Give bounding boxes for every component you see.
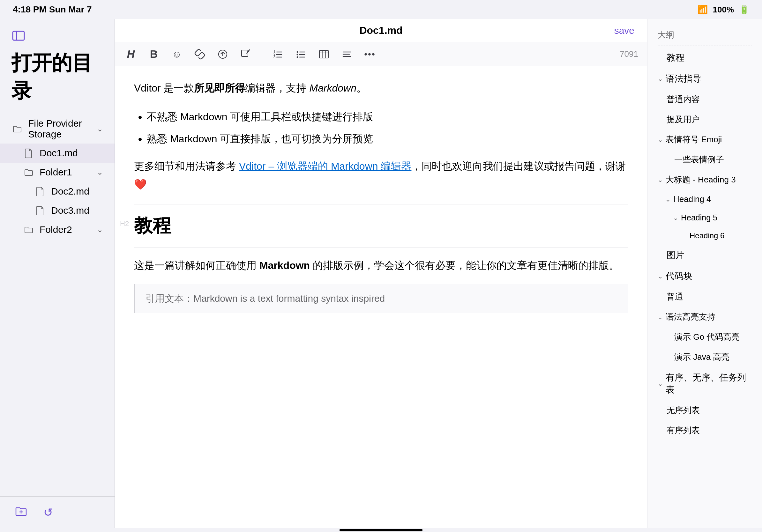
- file-icon-3: [35, 205, 46, 216]
- main-layout: 打开的目录 File Provider Storage ⌄: [0, 19, 762, 528]
- outline-item[interactable]: 演示 Go 代码高亮: [648, 327, 762, 347]
- sidebar-file-tree: File Provider Storage ⌄ Doc1.md: [0, 111, 114, 496]
- svg-point-18: [297, 56, 298, 58]
- outline-item-label: 普通: [667, 291, 683, 302]
- outline-item[interactable]: ⌄语法高亮支持: [648, 307, 762, 327]
- sidebar-title: 打开的目录: [12, 49, 103, 104]
- outline-item[interactable]: 普通内容: [648, 89, 762, 109]
- editor-title: Doc1.md: [359, 25, 402, 36]
- sidebar-item-doc2-label: Doc2.md: [51, 186, 103, 197]
- toolbar-emoji-btn[interactable]: ☺: [170, 47, 184, 61]
- heading-h2-tutorial: 教程: [134, 213, 628, 238]
- outline-item-label: Heading 6: [690, 231, 724, 240]
- sidebar-footer: ↺: [0, 496, 114, 528]
- sidebar-item-doc2[interactable]: Doc2.md: [0, 182, 114, 201]
- sidebar-item-folder1[interactable]: Folder1 ⌄: [0, 163, 114, 182]
- outline-item[interactable]: 教程: [648, 47, 762, 68]
- outline-item-label: 提及用户: [667, 114, 700, 125]
- editor-link-paragraph: 更多细节和用法请参考 Vditor – 浏览器端的 Markdown 编辑器，同…: [134, 157, 628, 194]
- sidebar-item-doc3-label: Doc3.md: [51, 205, 103, 216]
- h2-section: H2 教程: [134, 213, 628, 238]
- chevron-down-icon: ⌄: [97, 124, 103, 133]
- outline-item[interactable]: 有序列表: [648, 420, 762, 440]
- toolbar-separator-1: [262, 49, 262, 59]
- toolbar-bold-btn[interactable]: B: [147, 47, 161, 61]
- outline-item-label: 有序列表: [667, 425, 700, 436]
- outline-item[interactable]: 演示 Java 高亮: [648, 347, 762, 367]
- bottom-bar: [0, 528, 762, 532]
- folder-icon-3: [23, 224, 35, 235]
- outline-item-label: 大标题 - Heading 3: [666, 174, 736, 185]
- status-bar-left: 4:18 PM Sun Mar 7: [13, 4, 92, 15]
- chevron-icon: ⌄: [658, 75, 663, 83]
- outline-title: 大纲: [648, 26, 762, 44]
- outline-item[interactable]: 一些表情例子: [648, 150, 762, 170]
- outline-item[interactable]: ⌄Heading 5: [648, 209, 762, 227]
- svg-text:3: 3: [273, 55, 275, 59]
- svg-line-4: [199, 53, 201, 55]
- chevron-down-icon-3: ⌄: [97, 225, 103, 234]
- sidebar: 打开的目录 File Provider Storage ⌄: [0, 19, 115, 528]
- status-date: Sun Mar 7: [49, 4, 92, 15]
- toolbar-link-btn[interactable]: [193, 47, 207, 61]
- toolbar-more-btn[interactable]: •••: [363, 47, 377, 61]
- section-divider: [134, 204, 628, 204]
- outline-item[interactable]: ⌄Heading 4: [648, 190, 762, 209]
- outline-item-label: 演示 Go 代码高亮: [674, 331, 740, 343]
- outline-items: 教程⌄语法指导普通内容提及用户⌄表情符号 Emoji一些表情例子⌄大标题 - H…: [648, 47, 762, 440]
- outline-item[interactable]: ⌄大标题 - Heading 3: [648, 170, 762, 190]
- outline-item-label: 语法高亮支持: [666, 311, 716, 322]
- sidebar-item-doc1-label: Doc1.md: [39, 148, 103, 159]
- status-bar: 4:18 PM Sun Mar 7 📶 100% 🔋: [0, 0, 762, 19]
- chevron-icon: ⌄: [658, 136, 663, 144]
- chevron-icon: ⌄: [658, 176, 663, 184]
- chevron-icon: ⌄: [665, 195, 671, 203]
- toolbar-heading-btn[interactable]: H: [124, 47, 138, 61]
- svg-rect-0: [13, 31, 24, 40]
- refresh-button[interactable]: ↺: [43, 506, 53, 519]
- folder-icon-2: [23, 166, 35, 178]
- outline-panel: 大纲 教程⌄语法指导普通内容提及用户⌄表情符号 Emoji一些表情例子⌄大标题 …: [647, 19, 762, 528]
- sidebar-item-doc3[interactable]: Doc3.md: [0, 201, 114, 220]
- outline-item[interactable]: Heading 6: [648, 227, 762, 245]
- home-indicator: [340, 529, 422, 531]
- editor-header: Doc1.md save: [115, 19, 647, 42]
- blockquote: 引用文本：Markdown is a text formatting synta…: [134, 284, 628, 313]
- svg-rect-19: [319, 50, 328, 58]
- outline-item[interactable]: 提及用户: [648, 109, 762, 129]
- outline-item[interactable]: 无序列表: [648, 400, 762, 420]
- toolbar-upload-btn[interactable]: [216, 47, 230, 61]
- sidebar-item-folder1-label: Folder1: [39, 167, 97, 178]
- sidebar-item-folder2[interactable]: Folder2 ⌄: [0, 220, 114, 239]
- sidebar-item-folder2-label: Folder2: [39, 224, 97, 235]
- outline-item[interactable]: 普通: [648, 287, 762, 307]
- outline-item-label: 代码块: [666, 270, 692, 282]
- outline-item[interactable]: ⌄语法指导: [648, 68, 762, 89]
- file-icon: [23, 147, 35, 159]
- sidebar-item-doc1[interactable]: Doc1.md: [0, 144, 114, 163]
- toolbar-align-btn[interactable]: [340, 47, 354, 61]
- editor-content[interactable]: Vditor 是一款所见即所得编辑器，支持 Markdown。 不熟悉 Mark…: [115, 66, 647, 528]
- sidebar-item-file-provider[interactable]: File Provider Storage ⌄: [0, 114, 114, 144]
- toolbar-ordered-list-btn[interactable]: 1 2 3: [271, 47, 285, 61]
- word-count: 7091: [620, 49, 638, 59]
- outline-item[interactable]: 图片: [648, 245, 762, 266]
- sidebar-item-file-provider-label: File Provider Storage: [28, 118, 97, 140]
- save-button[interactable]: save: [614, 25, 634, 36]
- outline-item[interactable]: ⌄代码块: [648, 266, 762, 287]
- section-divider-2: [134, 247, 628, 247]
- toolbar-edit-btn[interactable]: [239, 47, 253, 61]
- chevron-icon: ⌄: [658, 380, 663, 387]
- outline-item[interactable]: ⌄表情符号 Emoji: [648, 129, 762, 150]
- editor-intro-paragraph: Vditor 是一款所见即所得编辑器，支持 Markdown。: [134, 79, 628, 98]
- outline-item-label: 一些表情例子: [674, 154, 724, 165]
- outline-item[interactable]: ⌄有序、无序、任务列表: [648, 367, 762, 400]
- toolbar-table-btn[interactable]: [317, 47, 331, 61]
- toolbar-unordered-list-btn[interactable]: [294, 47, 308, 61]
- wifi-icon: 📶: [698, 5, 708, 15]
- editor-link[interactable]: Vditor – 浏览器端的 Markdown 编辑器: [239, 161, 412, 172]
- editor-body-paragraph: 这是一篇讲解如何正确使用 Markdown 的排版示例，学会这个很有必要，能让你…: [134, 256, 628, 275]
- sidebar-toggle-icon[interactable]: [12, 29, 103, 44]
- new-folder-button[interactable]: [14, 504, 28, 521]
- heart-emoji: ❤️: [134, 179, 147, 190]
